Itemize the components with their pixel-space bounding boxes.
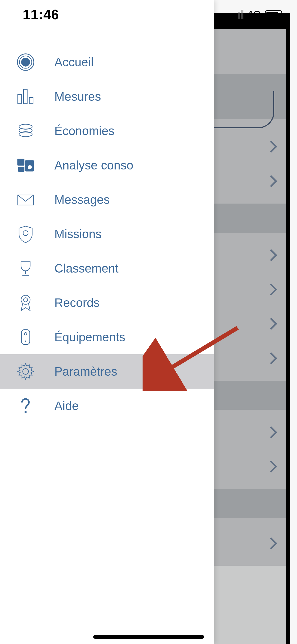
gear-icon	[15, 361, 36, 382]
svg-point-14	[23, 231, 28, 236]
trophy-icon	[15, 258, 36, 279]
menu-item-home[interactable]: Accueil	[0, 45, 214, 79]
menu-item-label: Équipements	[54, 330, 125, 344]
svg-point-21	[25, 341, 26, 342]
question-icon	[15, 395, 36, 416]
chevron-right-icon	[265, 175, 277, 187]
signal-icon	[232, 10, 243, 19]
underlay-card-corner	[214, 91, 274, 128]
svg-point-8	[19, 132, 32, 137]
appliances-icon	[15, 155, 36, 176]
ribbon-icon	[15, 292, 36, 313]
chevron-right-icon	[265, 461, 277, 472]
svg-rect-12	[18, 167, 24, 172]
chevron-right-icon	[265, 249, 277, 261]
menu-item-equipment[interactable]: Équipements	[0, 320, 214, 354]
network-label: 4G	[247, 9, 261, 21]
svg-point-17	[21, 295, 30, 304]
menu-item-records[interactable]: Records	[0, 286, 214, 320]
svg-point-23	[25, 411, 27, 413]
menu-item-help[interactable]: Aide	[0, 389, 214, 423]
menu-item-label: Paramètres	[54, 364, 117, 379]
menu-item-label: Messages	[54, 192, 110, 207]
menu-item-missions[interactable]: Missions	[0, 217, 214, 251]
svg-rect-19	[21, 330, 30, 344]
menu-item-label: Économies	[54, 124, 115, 138]
envelope-icon	[15, 189, 36, 210]
menu-item-messages[interactable]: Messages	[0, 182, 214, 217]
svg-rect-5	[29, 98, 33, 104]
svg-rect-9	[17, 159, 25, 166]
svg-point-18	[23, 298, 28, 302]
svg-point-22	[23, 369, 29, 374]
svg-rect-3	[18, 94, 21, 104]
chevron-right-icon	[265, 537, 277, 549]
menu-item-measures[interactable]: Mesures	[0, 79, 214, 114]
status-right: 4G	[232, 9, 282, 21]
svg-point-20	[24, 333, 27, 335]
status-bar: 11:46 4G	[0, 0, 297, 29]
svg-point-11	[28, 165, 32, 169]
menu-item-analysis[interactable]: Analyse conso	[0, 148, 214, 182]
menu-item-label: Aide	[54, 399, 79, 413]
svg-rect-4	[23, 89, 27, 104]
menu-item-label: Accueil	[54, 55, 93, 69]
chevron-right-icon	[265, 318, 277, 330]
shield-icon	[15, 224, 36, 244]
chevron-right-icon	[265, 141, 277, 153]
navigation-drawer: Accueil Mesures Économies A	[0, 0, 214, 644]
chevron-right-icon	[265, 283, 277, 295]
status-time: 11:46	[23, 7, 59, 22]
svg-point-2	[21, 58, 30, 66]
menu-item-label: Analyse conso	[54, 158, 133, 172]
menu-item-savings[interactable]: Économies	[0, 114, 214, 148]
menu-item-label: Mesures	[54, 89, 101, 104]
bars-icon	[15, 86, 36, 107]
menu-item-label: Classement	[54, 261, 119, 275]
chevron-right-icon	[265, 426, 277, 438]
menu-item-label: Records	[54, 296, 100, 310]
target-icon	[15, 52, 36, 72]
coins-icon	[15, 121, 36, 141]
home-indicator[interactable]	[93, 635, 204, 639]
battery-icon	[265, 10, 282, 19]
chevron-right-icon	[265, 352, 277, 364]
menu-list: Accueil Mesures Économies A	[0, 0, 214, 423]
menu-item-settings[interactable]: Paramètres	[0, 354, 214, 389]
device-icon	[15, 327, 36, 347]
menu-item-label: Missions	[54, 227, 102, 241]
menu-item-ranking[interactable]: Classement	[0, 251, 214, 286]
screen-edge	[286, 13, 290, 644]
